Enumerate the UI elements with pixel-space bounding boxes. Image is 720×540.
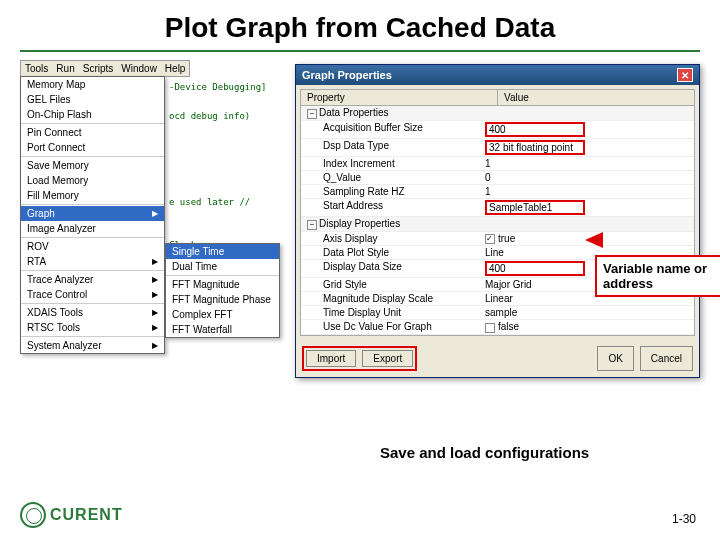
- menu-separator: [21, 303, 164, 304]
- menu-item-port-connect[interactable]: Port Connect: [21, 140, 164, 155]
- prop-index-increment[interactable]: Index Increment1: [301, 157, 694, 171]
- export-button[interactable]: Export: [362, 350, 413, 367]
- menu-scripts[interactable]: Scripts: [83, 63, 114, 74]
- prop-q-value[interactable]: Q_Value0: [301, 171, 694, 185]
- save-load-caption: Save and load configurations: [380, 444, 589, 461]
- menu-separator: [21, 156, 164, 157]
- callout-variable-name: Variable name or address: [595, 255, 720, 297]
- page-number: 1-30: [672, 512, 696, 526]
- prop-acq-buffer-size[interactable]: Acquisition Buffer Size400: [301, 121, 694, 139]
- header-value: Value: [498, 90, 694, 105]
- menu-item-memory-map[interactable]: Memory Map: [21, 77, 164, 92]
- menu-item-pin-connect[interactable]: Pin Connect: [21, 125, 164, 140]
- section-display-properties[interactable]: −Display Properties: [301, 217, 694, 232]
- menubar: Tools Run Scripts Window Help: [20, 60, 190, 77]
- menu-separator: [21, 270, 164, 271]
- property-header: Property Value: [301, 90, 694, 106]
- menu-item-trace-analyzer[interactable]: Trace Analyzer▶: [21, 272, 164, 287]
- section-data-properties[interactable]: −Data Properties: [301, 106, 694, 121]
- submenu-arrow-icon: ▶: [152, 290, 158, 299]
- logo-icon: [20, 502, 46, 528]
- submenu-arrow-icon: ▶: [152, 308, 158, 317]
- dialog-title: Graph Properties: [302, 69, 392, 81]
- submenu-arrow-icon: ▶: [152, 209, 158, 218]
- menu-item-rta[interactable]: RTA▶: [21, 254, 164, 269]
- title-underline: [20, 50, 700, 52]
- submenu-fft-magnitude[interactable]: FFT Magnitude: [166, 277, 279, 292]
- collapse-icon[interactable]: −: [307, 220, 317, 230]
- header-property: Property: [301, 90, 498, 105]
- ok-button[interactable]: OK: [597, 346, 633, 371]
- menu-item-xdais-tools[interactable]: XDAIS Tools▶: [21, 305, 164, 320]
- menu-help[interactable]: Help: [165, 63, 186, 74]
- tools-menu: Memory Map GEL Files On-Chip Flash Pin C…: [20, 76, 165, 354]
- close-icon[interactable]: ✕: [677, 68, 693, 82]
- menu-item-image-analyzer[interactable]: Image Analyzer: [21, 221, 164, 236]
- menu-item-load-memory[interactable]: Load Memory: [21, 173, 164, 188]
- submenu-arrow-icon: ▶: [152, 323, 158, 332]
- slide-title: Plot Graph from Cached Data: [0, 0, 720, 50]
- cancel-button[interactable]: Cancel: [640, 346, 693, 371]
- menu-run[interactable]: Run: [56, 63, 74, 74]
- submenu-arrow-icon: ▶: [152, 341, 158, 350]
- menu-window[interactable]: Window: [121, 63, 157, 74]
- menu-item-rtsc-tools[interactable]: RTSC Tools▶: [21, 320, 164, 335]
- menu-separator: [21, 123, 164, 124]
- menu-separator: [21, 336, 164, 337]
- menu-separator: [21, 237, 164, 238]
- menu-tools[interactable]: Tools: [25, 63, 48, 74]
- menu-item-save-memory[interactable]: Save Memory: [21, 158, 164, 173]
- submenu-dual-time[interactable]: Dual Time: [166, 259, 279, 274]
- prop-time-display-unit[interactable]: Time Display Unitsample: [301, 306, 694, 320]
- submenu-single-time[interactable]: Single Time: [166, 244, 279, 259]
- prop-use-dc-value[interactable]: Use Dc Value For Graphfalse: [301, 320, 694, 334]
- collapse-icon[interactable]: −: [307, 109, 317, 119]
- graph-submenu: Single Time Dual Time FFT Magnitude FFT …: [165, 243, 280, 338]
- prop-sampling-rate[interactable]: Sampling Rate HZ1: [301, 185, 694, 199]
- menu-item-fill-memory[interactable]: Fill Memory: [21, 188, 164, 203]
- menu-item-graph[interactable]: Graph▶: [21, 206, 164, 221]
- logo-text: CURENT: [50, 506, 123, 524]
- menu-item-system-analyzer[interactable]: System Analyzer▶: [21, 338, 164, 353]
- menu-item-rov[interactable]: ROV: [21, 239, 164, 254]
- dialog-footer: Import Export OK Cancel: [296, 340, 699, 377]
- import-export-highlight: Import Export: [302, 346, 417, 371]
- menu-separator: [166, 275, 279, 276]
- logo: CURENT: [20, 502, 123, 528]
- menu-item-onchip-flash[interactable]: On-Chip Flash: [21, 107, 164, 122]
- submenu-fft-waterfall[interactable]: FFT Waterfall: [166, 322, 279, 337]
- menu-separator: [21, 204, 164, 205]
- submenu-fft-magnitude-phase[interactable]: FFT Magnitude Phase: [166, 292, 279, 307]
- menu-item-trace-control[interactable]: Trace Control▶: [21, 287, 164, 302]
- code-background: -Device Debugging] ocd debug info) e use…: [165, 76, 310, 406]
- graph-properties-dialog: Graph Properties ✕ Property Value −Data …: [295, 64, 700, 378]
- checkbox-icon[interactable]: [485, 323, 495, 333]
- content-area: Tools Run Scripts Window Help Memory Map…: [20, 60, 700, 420]
- prop-axis-display[interactable]: Axis Displaytrue: [301, 232, 694, 246]
- dialog-titlebar: Graph Properties ✕: [296, 65, 699, 85]
- import-button[interactable]: Import: [306, 350, 356, 367]
- dialog-body: Property Value −Data Properties Acquisit…: [300, 89, 695, 336]
- callout-arrow-icon: [585, 232, 603, 248]
- prop-start-address[interactable]: Start AddressSampleTable1: [301, 199, 694, 217]
- menu-item-gel-files[interactable]: GEL Files: [21, 92, 164, 107]
- prop-dsp-data-type[interactable]: Dsp Data Type32 bit floating point: [301, 139, 694, 157]
- submenu-arrow-icon: ▶: [152, 257, 158, 266]
- submenu-arrow-icon: ▶: [152, 275, 158, 284]
- submenu-complex-fft[interactable]: Complex FFT: [166, 307, 279, 322]
- checkbox-icon[interactable]: [485, 234, 495, 244]
